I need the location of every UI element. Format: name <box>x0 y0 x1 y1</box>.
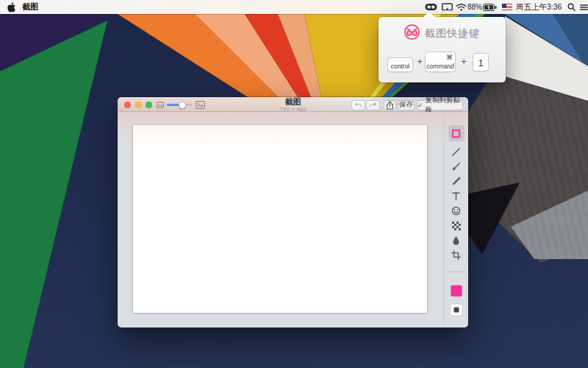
minimize-button[interactable] <box>135 102 142 108</box>
copy-to-clipboard-button[interactable]: ✓ 复制到剪贴板 <box>417 100 463 110</box>
zoom-slider-knob[interactable] <box>179 102 186 109</box>
shortcut-popover: 截图快捷键 control + ⌘ command + 1 <box>379 17 506 82</box>
check-icon: ✓ <box>417 102 423 109</box>
popover-title: 截图快捷键 <box>425 27 480 40</box>
wallpaper-green-triangle <box>0 14 110 368</box>
tool-text[interactable] <box>448 188 465 204</box>
key-command-label: command <box>426 63 455 70</box>
zoom-slider[interactable] <box>167 104 193 106</box>
tool-emoji[interactable] <box>448 202 465 219</box>
display-mirroring-icon[interactable] <box>442 0 453 14</box>
battery-icon[interactable] <box>483 0 497 14</box>
menu-app-name[interactable]: 截图 <box>22 0 38 14</box>
plus-separator: + <box>414 56 426 67</box>
close-button[interactable] <box>124 102 131 108</box>
apple-menu-icon[interactable] <box>7 0 16 14</box>
zoom-out-image-icon <box>157 102 164 108</box>
battery-percent[interactable]: 88% <box>467 0 482 14</box>
stroke-size-swatch[interactable] <box>450 304 462 316</box>
popover-arrow <box>423 12 435 17</box>
key-command[interactable]: ⌘ command <box>425 52 456 72</box>
spotlight-search-icon[interactable] <box>567 0 576 14</box>
plus-separator: + <box>458 56 470 67</box>
drawing-canvas[interactable] <box>133 125 427 313</box>
tool-crop[interactable] <box>448 247 465 263</box>
zoom-in-image-icon <box>196 101 205 109</box>
desktop: 截图 88% 周五上午3:36 <box>0 0 588 368</box>
tool-pen[interactable] <box>448 173 465 189</box>
tool-rectangle[interactable] <box>448 125 465 141</box>
key-one[interactable]: 1 <box>473 53 489 71</box>
wifi-icon[interactable] <box>456 0 467 14</box>
input-source-flag-icon[interactable] <box>502 0 512 14</box>
menu-clock[interactable]: 周五上午3:36 <box>516 0 562 14</box>
app-logo-icon <box>404 24 420 40</box>
menu-bar: 截图 88% 周五上午3:36 <box>0 0 588 14</box>
screenshot-app-window: 截图 720 × 480 保存 ✓ 复制到剪贴板 <box>118 97 468 328</box>
notification-center-icon[interactable] <box>580 0 588 14</box>
redo-button[interactable] <box>366 100 380 110</box>
save-button-label: 保存 <box>399 100 413 110</box>
tool-sidebar <box>443 112 468 328</box>
undo-button[interactable] <box>351 100 365 110</box>
zoom-button[interactable] <box>146 102 152 108</box>
command-symbol-icon: ⌘ <box>446 54 453 61</box>
tool-blur[interactable] <box>448 232 465 248</box>
color-swatch[interactable] <box>451 286 462 297</box>
tool-line[interactable] <box>448 144 465 160</box>
window-content <box>118 112 468 328</box>
tool-arrow[interactable] <box>448 158 465 174</box>
sidebar-divider <box>447 272 466 272</box>
key-control-label: control <box>388 63 412 70</box>
share-button[interactable] <box>384 100 396 110</box>
tool-mosaic[interactable] <box>448 217 465 233</box>
key-control[interactable]: control <box>387 57 413 72</box>
window-titlebar[interactable]: 截图 720 × 480 保存 ✓ 复制到剪贴板 <box>118 97 468 112</box>
save-button[interactable]: 保存 <box>398 100 415 110</box>
